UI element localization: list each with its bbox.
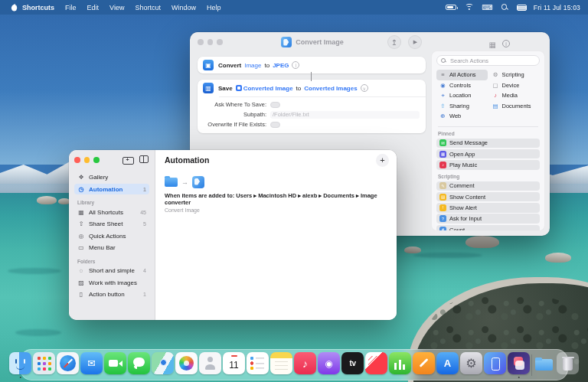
menu-shortcut[interactable]: Shortcut — [135, 4, 161, 11]
action-show-content[interactable]: ▤ Show Content — [436, 192, 540, 202]
new-folder-icon[interactable] — [122, 155, 132, 163]
menu-view[interactable]: View — [109, 4, 124, 11]
share-button[interactable] — [387, 35, 401, 49]
shortcut-canvas: ▣ Convert Image to JPEG ▥ Save Converted… — [198, 57, 426, 139]
category-web[interactable]: ⊕ Web — [436, 111, 488, 122]
sidebar-item-icon: ◷ — [77, 186, 85, 193]
search-actions-input[interactable] — [449, 57, 535, 65]
dock-facetime[interactable] — [104, 352, 126, 377]
action-library-icon[interactable] — [489, 37, 496, 51]
dock-safari[interactable] — [57, 352, 79, 377]
converted-image-token[interactable]: Converted Image — [236, 85, 293, 92]
dock-pages[interactable] — [413, 352, 435, 377]
automation-item-title: When items are added to: Users ▸ Macinto… — [165, 192, 387, 207]
dock-messages[interactable] — [128, 352, 150, 377]
control-center-icon[interactable] — [517, 5, 525, 11]
category-all-actions[interactable]: ≡ All Actions — [436, 70, 488, 80]
category-icon: ▢ — [492, 82, 499, 89]
dock-finder[interactable] — [9, 352, 31, 377]
action-send-message[interactable]: ✉ Send Message — [436, 139, 540, 149]
action-show-alert[interactable]: ! Show Alert — [436, 203, 540, 213]
menu-shortcuts[interactable]: Shortcuts — [22, 4, 54, 11]
water-streak — [8, 268, 61, 274]
input-parameter[interactable]: Image — [244, 62, 261, 69]
sidebar-item-short-and-simple[interactable]: ◌ Short and simple 4 — [74, 266, 149, 276]
dock-notes[interactable] — [270, 352, 292, 377]
sidebar-item-work-with-images[interactable]: ▨ Work with images — [74, 277, 149, 288]
menu-file[interactable]: File — [65, 4, 77, 11]
action-ask-for-input[interactable]: ? Ask for Input — [436, 214, 540, 224]
automation-list-item[interactable]: → When items are added to: Users ▸ Macin… — [165, 175, 387, 213]
sidebar-item-quick-actions[interactable]: ◎ Quick Actions — [74, 230, 149, 241]
menu-edit[interactable]: Edit — [87, 4, 100, 11]
dock-shortcuts[interactable] — [508, 352, 530, 377]
dock-numbers[interactable] — [389, 352, 411, 377]
dock-maps[interactable] — [152, 352, 174, 377]
close-button[interactable] — [74, 157, 80, 163]
keyboard-icon[interactable]: ⌨ — [482, 4, 492, 11]
action-play-music[interactable]: ♪ Play Music — [436, 160, 540, 170]
category-sharing[interactable]: ⇧ Sharing — [436, 101, 488, 112]
category-documents[interactable]: ▤ Documents — [489, 101, 541, 112]
info-icon[interactable] — [292, 61, 299, 69]
format-parameter[interactable]: JPEG — [273, 62, 289, 69]
action-comment[interactable]: ✎ Comment — [436, 181, 540, 191]
run-shortcut-button[interactable] — [408, 35, 422, 49]
dock-trash[interactable] — [557, 352, 579, 377]
spotlight-icon[interactable] — [501, 4, 508, 11]
sidebar-item-all-shortcuts[interactable]: ▦ All Shortcuts 45 — [74, 207, 149, 217]
contacts-icon — [199, 352, 221, 374]
zoom-button[interactable] — [93, 157, 100, 163]
collapse-icon[interactable] — [361, 84, 368, 92]
dock-mail[interactable]: ✉ — [80, 352, 103, 377]
dock-photos[interactable] — [175, 352, 198, 377]
category-location[interactable]: ⌖ Location — [436, 90, 488, 101]
dock-appstore[interactable]: A — [436, 352, 459, 377]
dock-downloads[interactable] — [533, 352, 555, 377]
destination-parameter[interactable]: Converted Images — [304, 85, 357, 92]
dock-music[interactable]: ♪ — [294, 352, 316, 377]
menu-bar-clock[interactable]: Fri 11 Jul 15:03 — [534, 4, 580, 11]
menu-window[interactable]: Window — [172, 4, 196, 11]
shortcut-details-icon[interactable] — [502, 40, 510, 47]
wifi-icon[interactable] — [465, 4, 473, 11]
field-text-input[interactable] — [270, 111, 420, 119]
numbers-icon — [389, 352, 411, 374]
sidebar-item-action-button[interactable]: ▯ Action button 1 — [74, 289, 149, 300]
dock-contacts[interactable] — [199, 352, 221, 377]
launchpad-icon — [33, 352, 55, 374]
sidebar-item-menu-bar[interactable]: ▭ Menu Bar — [74, 243, 149, 253]
sidebar-item-share-sheet[interactable]: ⇧ Share Sheet 5 — [74, 219, 149, 230]
sidebar-item-automation[interactable]: ◷ Automation 1 — [74, 184, 149, 194]
image-variable-icon — [236, 85, 242, 91]
sidebar-item-icon: ▯ — [77, 291, 85, 298]
sidebar-item-gallery[interactable]: ❖ Gallery — [74, 172, 149, 183]
field-toggle[interactable] — [270, 102, 280, 108]
action-search[interactable] — [436, 55, 540, 66]
dock-reminders[interactable] — [247, 352, 269, 377]
dock-podcasts[interactable]: ◉ — [318, 352, 340, 377]
action-verb: Save — [218, 85, 233, 92]
dock-settings[interactable]: ⚙ — [460, 352, 482, 377]
category-label: Controls — [449, 82, 471, 89]
field-toggle[interactable] — [270, 122, 280, 128]
dock-iphone-mirroring[interactable] — [484, 352, 506, 377]
battery-icon[interactable] — [446, 5, 456, 10]
minimize-button[interactable] — [84, 157, 90, 163]
toggle-sidebar-icon[interactable] — [139, 155, 149, 163]
category-scripting[interactable]: ⚙ Scripting — [489, 70, 541, 80]
dock-calendar[interactable]: 11 — [223, 352, 245, 377]
convert-image-action[interactable]: ▣ Convert Image to JPEG — [198, 57, 426, 73]
category-controls[interactable]: ◉ Controls — [436, 80, 488, 91]
action-open-app[interactable]: ▦ Open App — [436, 149, 540, 159]
action-count[interactable]: # Count — [436, 225, 540, 231]
apple-menu-icon[interactable] — [11, 4, 18, 11]
menu-help[interactable]: Help — [207, 4, 221, 11]
category-device[interactable]: ▢ Device — [489, 80, 541, 91]
save-file-action[interactable]: ▥ Save Converted Image to Converted Imag… — [198, 80, 426, 133]
dock-tv[interactable]: tv — [341, 352, 364, 377]
dock-news[interactable] — [365, 352, 387, 377]
new-automation-button[interactable]: + — [376, 154, 389, 167]
category-media[interactable]: ♪ Media — [489, 90, 541, 101]
dock-launchpad[interactable] — [33, 352, 55, 377]
